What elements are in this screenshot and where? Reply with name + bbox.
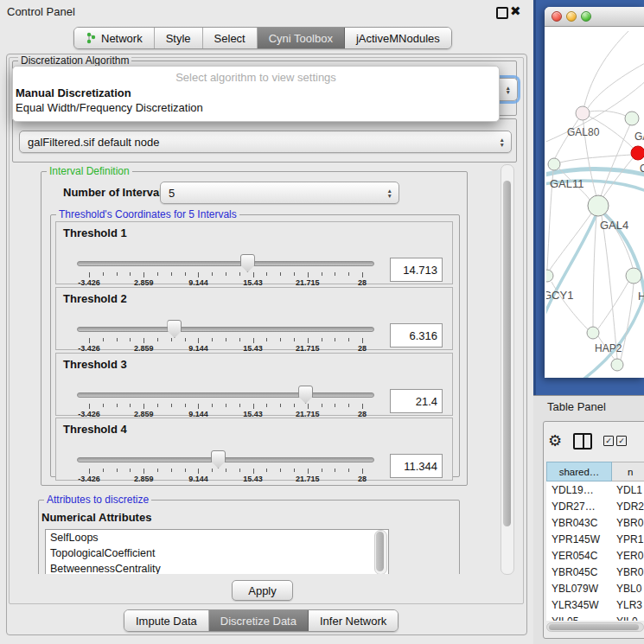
cell-name: YDR2 [612, 501, 644, 513]
threshold-value-field[interactable]: 6.316 [390, 323, 443, 348]
slider-tick [185, 272, 186, 276]
tab-jactivemnodules[interactable]: jActiveMNodules [345, 28, 451, 48]
slider-tick [362, 469, 363, 474]
network-node[interactable] [587, 327, 599, 339]
slider-tick [335, 404, 335, 407]
slider-tick [294, 272, 295, 276]
network-canvas[interactable]: GAL80GACGAL11GAL4GCY1HHAP2 [546, 27, 644, 378]
tab-impute-data[interactable]: Impute Data [124, 610, 209, 631]
attributes-list-scrollbar-thumb[interactable] [376, 532, 384, 571]
slider-thumb[interactable] [298, 386, 313, 404]
table-horizontal-scrollbar[interactable] [546, 622, 644, 632]
threshold-slider[interactable]: -3.4262.8599.14415.4321.71528 [77, 253, 374, 283]
threshold-value-field[interactable]: 14.713 [390, 258, 443, 282]
tab-infer-network[interactable]: Infer Network [309, 610, 398, 631]
tab-select[interactable]: Select [203, 28, 258, 48]
tab-discretize-data[interactable]: Discretize Data [209, 610, 309, 631]
table-row[interactable]: YDL19…YDL1 [546, 481, 644, 498]
slider-tick [143, 469, 144, 474]
slider-tick [322, 338, 322, 341]
close-panel-button[interactable]: ✖ [510, 3, 521, 19]
settings-scrollbar-thumb[interactable] [503, 181, 511, 526]
zoom-window-icon[interactable] [581, 11, 591, 22]
network-node[interactable] [625, 112, 639, 125]
network-node-label: H [638, 290, 644, 303]
slider-tick [143, 338, 144, 343]
slider-thumb[interactable] [240, 254, 255, 272]
slider-tick [89, 469, 90, 474]
table-row[interactable]: YBR045CYBR0 [546, 564, 644, 580]
slider-tick [212, 272, 213, 276]
network-node[interactable] [626, 268, 641, 284]
threshold-slider[interactable]: -3.4262.8599.14415.4321.71528 [77, 385, 374, 414]
settings-scrollbar[interactable] [501, 164, 514, 575]
float-window-button[interactable] [496, 7, 508, 19]
tab-network[interactable]: Network [74, 28, 155, 48]
checkbox-icon[interactable]: ✓ [616, 436, 627, 446]
threshold-value-field[interactable]: 21.4 [390, 389, 443, 413]
slider-tick [117, 404, 118, 407]
network-node[interactable] [611, 359, 623, 371]
threshold-slider[interactable]: -3.4262.8599.14415.4321.71528 [77, 450, 374, 479]
network-node[interactable] [631, 146, 644, 160]
columns-icon[interactable] [573, 433, 592, 450]
threshold-value-field[interactable]: 11.344 [390, 454, 443, 478]
table-row[interactable]: YER054CYER0 [546, 547, 644, 564]
popup-item-equal-width-frequency[interactable]: Equal Width/Frequency Discretization [13, 100, 499, 115]
slider-tick [362, 338, 363, 343]
slider-tick [130, 469, 131, 472]
cell-shared-name: YBR043C [546, 517, 612, 529]
network-node[interactable] [548, 158, 560, 170]
slider-thumb[interactable] [211, 450, 226, 469]
slider-thumb[interactable] [167, 320, 182, 338]
slider-tick [198, 469, 199, 474]
attribute-item[interactable]: BetweennessCentrality [46, 561, 388, 574]
slider-tick-label: 21.715 [296, 278, 320, 287]
slider-tick [294, 469, 295, 472]
network-node[interactable] [588, 195, 609, 216]
table-row[interactable]: YIL05…YIL0 [546, 613, 644, 621]
discretization-algorithm-group-title: Discretization Algorithm [18, 54, 131, 67]
minimize-window-icon[interactable] [566, 11, 577, 22]
table-row[interactable]: YLR345WYLR3 [546, 596, 644, 613]
network-edge [602, 216, 617, 359]
apply-button[interactable]: Apply [232, 580, 293, 601]
attribute-item[interactable]: SelfLoops [46, 530, 388, 545]
number-of-intervals-combobox[interactable]: 5 ▲▼ [160, 182, 399, 204]
network-node[interactable] [546, 270, 553, 282]
threshold-panel-4: Threshold 4-3.4262.8599.14415.4321.71528… [55, 418, 453, 481]
network-view-window[interactable]: GAL80GACGAL11GAL4GCY1HHAP2 [545, 7, 644, 378]
threshold-panel-2: Threshold 2-3.4262.8599.14415.4321.71528… [55, 287, 453, 350]
attribute-item[interactable]: TopologicalCoefficient [46, 545, 388, 561]
screenshot-root: { "window": { "title": "Control Panel" }… [0, 0, 644, 644]
popup-item-manual-discretization[interactable]: Manual Discretization [13, 86, 499, 100]
network-node[interactable] [576, 106, 590, 120]
column-header-name[interactable]: n [612, 462, 644, 481]
tab-style[interactable]: Style [155, 28, 203, 48]
table-data-combobox[interactable]: galFiltered.sif default node ▲▼ [19, 131, 512, 153]
network-edge [546, 210, 598, 321]
threshold-slider[interactable]: -3.4262.8599.14415.4321.71528 [77, 319, 374, 348]
network-window-titlebar[interactable] [545, 7, 644, 27]
table-row[interactable]: YBR043CYBR0 [546, 514, 644, 531]
table-row[interactable]: YDR27…YDR2 [546, 498, 644, 514]
table-row[interactable]: YBL079WYBL0 [546, 580, 644, 596]
column-header-shared-name[interactable]: shared… [546, 462, 612, 481]
checkbox-icon[interactable]: ✓ [603, 436, 614, 446]
table-rows: YDL19…YDL1YDR27…YDR2YBR043CYBR0YPR145WYP… [546, 481, 644, 621]
cell-shared-name: YDR27… [546, 501, 612, 513]
network-edge [598, 282, 628, 328]
network-node-label: GAL80 [567, 126, 600, 138]
gear-icon[interactable]: ⚙ [548, 433, 562, 449]
table-horizontal-scrollbar-thumb[interactable] [549, 624, 639, 630]
threshold-label: Threshold 4 [63, 423, 127, 436]
close-window-icon[interactable] [552, 11, 562, 22]
slider-tick [185, 469, 186, 472]
tab-cyni-toolbox[interactable]: Cyni Toolbox [258, 28, 345, 48]
table-row[interactable]: YPR145WYPR1 [546, 531, 644, 547]
number-of-intervals-value: 5 [169, 187, 175, 200]
attributes-list-scrollbar[interactable] [374, 530, 387, 574]
combo-arrows-icon: ▲▼ [506, 85, 511, 94]
network-edge [583, 31, 628, 113]
numerical-attributes-list[interactable]: SelfLoopsTopologicalCoefficientBetweenne… [45, 529, 389, 574]
